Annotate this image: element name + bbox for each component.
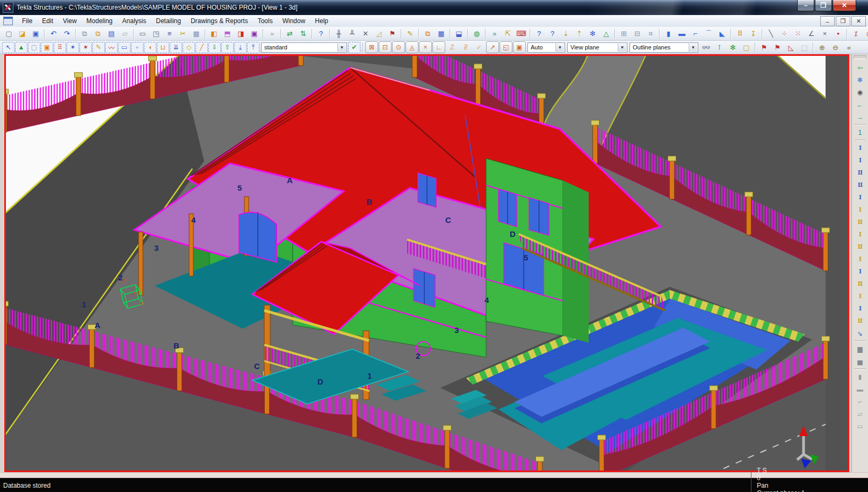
angle-tool-icon[interactable]: ◿ [372,27,386,40]
select-axis-icon[interactable]: ✶ [67,42,79,53]
fit-work-area-icon[interactable]: ⊺ [713,41,726,54]
plane-combo-arrow[interactable]: ▼ [618,44,626,52]
steel-curved-beam-icon[interactable]: ⌒ [702,27,715,40]
inquire-phase-icon[interactable]: △ [599,27,613,40]
new-window-icon[interactable]: ▭ [136,27,149,40]
component-catalog-combo[interactable]: standard▼ [261,42,347,53]
select-arrows-icon[interactable]: ⇊ [170,42,182,53]
create-grid-icon[interactable]: ╫ [332,27,345,40]
measure-angle-icon[interactable]: ◎ [863,27,868,40]
cut-line-icon[interactable]: × [818,27,831,40]
connection-stiffened-icon[interactable]: II [853,216,866,228]
toolbar-grip[interactable] [853,55,866,59]
component-check-icon[interactable]: ✔ [348,42,360,53]
find-binoculars-icon[interactable]: 👓 [699,41,713,54]
menu-edit[interactable]: Edit [37,16,58,26]
select-grids-icon[interactable]: ▫ [131,42,143,53]
select-object-down-icon[interactable]: ⤓ [234,42,247,53]
concrete-panel-icon[interactable]: ▭ [853,420,866,432]
connection-bracing-icon[interactable]: I [853,290,866,302]
macros-icon[interactable]: ⌨ [515,27,528,40]
select-points-icon[interactable]: ⠿ [54,42,66,53]
connection-seated-icon[interactable]: I [853,253,866,265]
inquire-assembly-icon[interactable]: ✻ [586,27,599,40]
select-filter-area-icon[interactable]: ⬚ [798,41,811,54]
snap-arrow-icon[interactable]: ↗ [486,41,499,53]
snap-intersection-icon[interactable]: × [419,41,432,53]
stud-icon[interactable]: ↧ [747,27,760,40]
paste-icon[interactable]: ▤ [105,27,118,40]
pin-icon[interactable]: ✎ [403,27,417,40]
steel-polybeam-icon[interactable]: ⌐ [689,27,702,40]
mdi-minimize-button[interactable]: – [820,16,835,26]
connection-clip-angle-icon[interactable]: I [853,154,866,167]
part-red-icon[interactable]: ◨ [234,27,248,40]
mdi-restore-button[interactable]: ❐ [836,16,850,26]
menu-window[interactable]: Window [278,16,310,26]
report-down-icon[interactable]: ⇣ [559,27,573,40]
numbering-icon[interactable]: ▦ [435,27,448,40]
snap-perpendicular-icon[interactable]: ∟ [432,41,445,53]
snap-endpoint-icon[interactable]: ⊡ [379,41,392,53]
connection-shear-icon[interactable]: II [853,241,866,253]
steel-column-icon[interactable]: ▮ [662,27,675,40]
snap-center-icon[interactable]: ⊙ [392,41,405,53]
connection-gusset-icon[interactable]: II [853,278,866,290]
strip-footing-icon[interactable]: ▅ [853,355,866,367]
dot-square-icon[interactable]: ▪ [831,27,845,40]
flag-2-icon[interactable]: ⚑ [771,41,784,54]
menu-help[interactable]: Help [310,16,333,26]
bolts-icon[interactable]: ⠿ [733,27,747,40]
help-cursor-icon[interactable]: ? [314,27,328,40]
snap-frame-icon[interactable]: ▣ [513,41,526,53]
concrete-slab-icon[interactable]: ▱ [853,408,866,420]
zoom-out-icon[interactable]: ⊖ [829,41,842,54]
connection-hollow-icon[interactable]: I [853,302,866,315]
sync-1-icon[interactable]: ⇄ [283,27,296,40]
flag-1-icon[interactable]: ⚑ [757,41,771,54]
screenshot-icon[interactable]: ⬓ [452,27,466,40]
weld-double-icon[interactable]: ⁙ [791,27,805,40]
ruler-triangle-icon[interactable]: ◺ [784,41,798,54]
connection-end-plate-icon[interactable]: I [853,142,866,154]
fast-forward-icon[interactable]: » [488,27,501,40]
select-line-icon[interactable]: ╱ [196,42,208,53]
menu-analysis[interactable]: Analysis [118,16,151,26]
select-u-icon[interactable]: ⊔ [157,42,169,53]
inquire-part-icon[interactable]: ? [546,27,559,40]
grid-flag-icon[interactable]: ⚑ [386,27,399,40]
doc-preview-icon[interactable]: ⌗ [644,27,657,40]
view-forward-icon[interactable]: → [853,111,866,123]
window-props-icon[interactable]: ◳ [149,27,163,40]
connection-haunch-icon[interactable]: I [853,228,866,241]
menu-detailing[interactable]: Detailing [151,16,186,26]
create-part-icon[interactable]: ◧ [207,27,221,40]
zoom-in-icon[interactable]: ⊕ [815,41,829,54]
workarea-box-icon[interactable]: ▢ [740,41,753,54]
select-all-icon[interactable]: ↖ [2,42,15,53]
add-point-icon[interactable]: ✕ [359,27,372,40]
inquire-object-icon[interactable]: ? [532,27,546,40]
select-weld-line-icon[interactable]: 〰 [105,42,118,53]
menu-view[interactable]: View [58,16,82,26]
freeform-icon[interactable]: ▱ [118,27,132,40]
display-settings-icon[interactable]: ✻ [726,41,740,54]
report-up-icon[interactable]: ⇡ [573,27,586,40]
select-object-up-icon[interactable]: ⤒ [247,42,259,53]
clone-1-icon[interactable]: ⊞ [617,27,631,40]
modify-grid-icon[interactable]: ╨ [345,27,359,40]
select-views-icon[interactable]: ▭ [118,42,131,53]
connection-cage-icon[interactable]: II [853,315,866,327]
pan-view-icon[interactable]: ⇦ [853,61,866,74]
create-parts-icon[interactable]: ⬒ [221,27,234,40]
cut-icon[interactable]: ✂ [176,27,190,40]
publish-web-icon[interactable]: ◍ [470,27,483,40]
sync-2-icon[interactable]: ⇅ [296,27,310,40]
select-cone-icon[interactable]: ▲ [15,42,27,53]
rotation-combo-arrow[interactable]: ▼ [689,44,697,52]
connection-base-plate-icon[interactable]: I [853,204,866,216]
steel-folded-plate-icon[interactable]: ◣ [715,27,729,40]
save-model-icon[interactable]: ▣ [29,27,42,40]
snap-ortho-icon[interactable]: ◱ [500,41,512,53]
redo-icon[interactable]: ↷ [60,27,74,40]
